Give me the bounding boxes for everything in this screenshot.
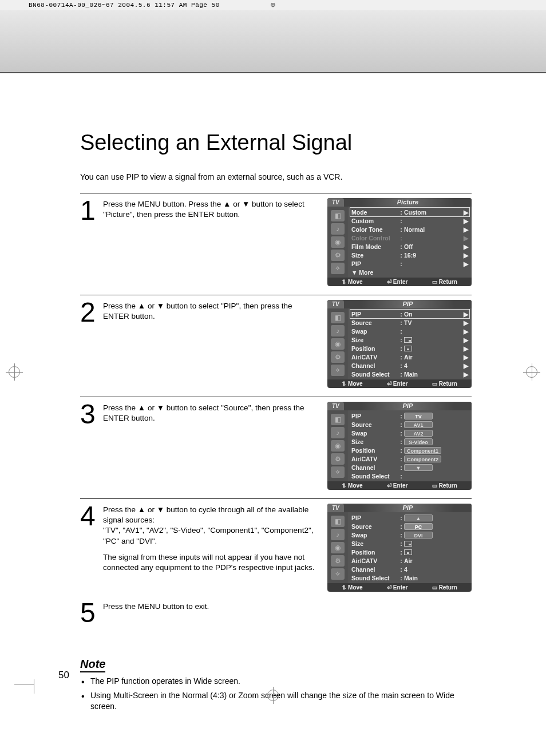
- osd-menu: Mode : Custom ▶ Custom : ▶ Color Tone : …: [348, 207, 472, 278]
- page-title: Selecting an External Signal: [80, 130, 472, 155]
- osd-menu-row: PIP : On ▶: [350, 310, 469, 318]
- osd-menu-row: Mode : Custom ▶: [350, 208, 469, 216]
- osd-menu-row: Source : PC: [350, 522, 469, 531]
- osd-menu-row: ▼ More: [350, 268, 469, 276]
- osd-colon: :: [398, 319, 404, 326]
- osd-screen-pip-source-selected: TV PIP ◧ ♪ ◉ ⚙ ✧ PIP : ▲ Source : PC Swa…: [327, 504, 472, 592]
- osd-label: Air/CATV: [351, 456, 398, 462]
- osd-menu-row: Air/CATV : Air: [350, 556, 469, 565]
- osd-value: Air: [404, 354, 413, 361]
- osd-menu-row: Channel : ▼: [350, 463, 469, 472]
- osd-label: PIP: [351, 311, 398, 318]
- osd-footer: ⥮ Move ⏎ Enter ▭ Return: [327, 278, 472, 286]
- osd-colon: :: [398, 328, 404, 335]
- chevron-right-icon: ▶: [462, 235, 468, 242]
- osd-menu-row: Swap : ▶: [350, 327, 469, 335]
- osd-header: TV Picture: [327, 198, 472, 207]
- chevron-right-icon: ▶: [462, 243, 468, 250]
- setup-icon: ⚙: [331, 453, 345, 465]
- return-icon: ▭: [432, 381, 437, 387]
- osd-label: Source: [351, 319, 398, 326]
- osd-title: PIP: [350, 300, 466, 308]
- osd-menu-row: Sound Select :: [350, 472, 469, 480]
- channel-icon: ◉: [331, 236, 345, 248]
- enter-icon: ⏎: [387, 482, 391, 489]
- osd-colon: :: [398, 557, 404, 564]
- osd-label: Position: [351, 549, 398, 556]
- osd-menu-row: PIP : ▲: [350, 513, 469, 522]
- osd-label: Mode: [351, 209, 398, 216]
- sound-icon: ♪: [331, 427, 345, 438]
- osd-header: TV PIP: [327, 402, 472, 410]
- osd-menu-row: Swap : AV2: [350, 429, 469, 437]
- osd-option-pill: ▼: [404, 464, 433, 471]
- osd-screen-picture: TV Picture ◧ ♪ ◉ ⚙ ✧ Mode : Custom ▶ Cus…: [327, 198, 472, 286]
- osd-menu-row: PIP : ▶: [350, 259, 469, 268]
- osd-label: Size: [351, 438, 398, 445]
- note-heading: Note: [80, 658, 105, 672]
- osd-menu-row: Channel : 4: [350, 565, 469, 573]
- osd-footer: ⥮ Move ⏎ Enter ▭ Return: [327, 481, 472, 490]
- step-1-number: 1: [80, 198, 94, 223]
- osd-footer: ⥮ Move ⏎ Enter ▭ Return: [327, 379, 472, 388]
- intro-text: You can use PIP to view a signal from an…: [80, 172, 472, 181]
- osd-colon: :: [398, 566, 404, 573]
- osd-menu-row: Position : Component1: [350, 446, 469, 454]
- osd-menu: PIP : ▲ Source : PC Swap : DVI Size : Po…: [348, 512, 472, 583]
- osd-colon: :: [398, 226, 404, 233]
- osd-label: Position: [351, 447, 398, 454]
- osd-label: PIP: [351, 514, 398, 521]
- osd-label: Source: [351, 421, 398, 428]
- channel-icon: ◉: [331, 440, 345, 452]
- osd-sidebar: ◧ ♪ ◉ ⚙ ✧: [327, 410, 348, 481]
- step-4-text: Press the ▲ or ▼ button to cycle through…: [103, 504, 319, 579]
- osd-colon: :: [398, 523, 404, 530]
- osd-value: Air: [404, 557, 413, 564]
- osd-tv-tab: TV: [327, 198, 344, 207]
- osd-enter-hint: ⏎ Enter: [387, 584, 408, 591]
- osd-label: Swap: [351, 430, 398, 437]
- osd-enter-hint: ⏎ Enter: [387, 279, 408, 285]
- osd-colon: :: [398, 243, 404, 250]
- osd-colon: :: [398, 235, 404, 242]
- registration-mark-icon: [267, 690, 279, 701]
- osd-colon: :: [398, 311, 404, 318]
- osd-colon: :: [398, 217, 404, 224]
- osd-menu-row: PIP : TV: [350, 411, 469, 420]
- pip-position-icon: [404, 541, 412, 547]
- picture-icon: ◧: [331, 312, 345, 323]
- step-3-number: 3: [80, 402, 94, 426]
- osd-label: Size: [351, 252, 398, 259]
- step-5: 5 Press the MENU button to exit.: [80, 600, 472, 635]
- osd-tv-tab: TV: [327, 504, 344, 512]
- osd-colon: :: [398, 540, 404, 547]
- osd-label: Channel: [351, 464, 398, 471]
- osd-value: TV: [404, 319, 412, 326]
- osd-menu-row: Sound Select : Main: [350, 573, 469, 582]
- return-icon: ▭: [432, 584, 437, 591]
- osd-sidebar: ◧ ♪ ◉ ⚙ ✧: [327, 512, 348, 583]
- function-icon: ✧: [331, 263, 345, 274]
- step-2: 2 Press the ▲ or ▼ button to select "PIP…: [80, 295, 472, 397]
- chevron-right-icon: ▶: [462, 252, 468, 259]
- osd-menu-row: Film Mode : Off ▶: [350, 242, 469, 251]
- osd-footer: ⥮ Move ⏎ Enter ▭ Return: [327, 583, 472, 592]
- osd-label: ▼ More: [351, 269, 398, 276]
- sound-icon: ♪: [331, 223, 345, 235]
- osd-label: Source: [351, 523, 398, 530]
- osd-return-hint: ▭ Return: [432, 381, 457, 387]
- osd-menu-row: Sound Select : Main ▶: [350, 370, 469, 378]
- osd-label: Film Mode: [351, 243, 398, 250]
- chevron-right-icon: ▶: [462, 311, 468, 318]
- channel-icon: ◉: [331, 338, 345, 350]
- chevron-right-icon: ▶: [462, 209, 468, 216]
- osd-colon: :: [398, 209, 404, 216]
- chevron-right-icon: ▶: [462, 319, 468, 326]
- pip-position-icon: [404, 346, 412, 351]
- osd-menu-row: Position : ▶: [350, 344, 469, 353]
- osd-value: Main: [404, 371, 418, 378]
- osd-option-pill: AV1: [404, 421, 433, 428]
- note-section: Note The PIP function operates in Wide s…: [80, 658, 472, 712]
- setup-icon: ⚙: [331, 351, 345, 363]
- osd-label: Sound Select: [351, 371, 398, 378]
